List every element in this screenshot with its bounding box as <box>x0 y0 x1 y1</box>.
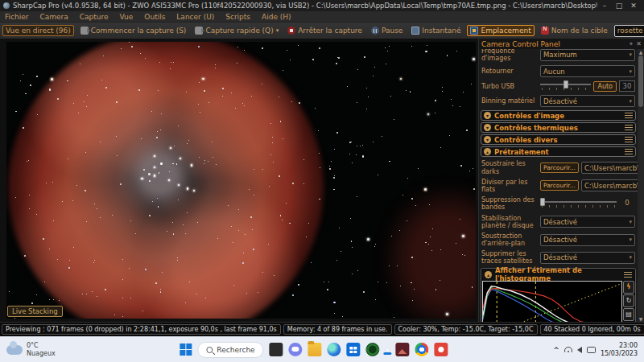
scrollbar-thumb[interactable] <box>638 56 643 107</box>
hamburger-icon[interactable] <box>625 113 633 118</box>
section-misc-controls[interactable]: ▾Contrôles divers <box>481 134 636 145</box>
section-label: Prétraitement <box>494 148 549 156</box>
hamburger-icon[interactable] <box>624 272 632 278</box>
darks-row: Soustraire les darks Parcourir... C:\Use… <box>479 158 638 176</box>
banding-slider[interactable] <box>540 198 617 209</box>
satellite-select[interactable]: Désactivé▾ <box>540 252 635 264</box>
image-preview[interactable]: Live Stacking <box>6 42 476 319</box>
minimize-button[interactable]: – <box>597 0 612 11</box>
pause-button[interactable]: Pause <box>369 26 405 35</box>
section-image-controls[interactable]: ▾Contrôles d'image <box>481 110 636 121</box>
auto-stretch-button[interactable]: ϟ <box>623 281 634 294</box>
volume-icon[interactable] <box>577 347 582 353</box>
panel-header: Camera Control Panel ⌖✕ <box>479 39 644 49</box>
turbo-auto-button[interactable]: Auto <box>593 81 617 92</box>
target-name-input[interactable] <box>617 27 644 35</box>
darks-path-select[interactable]: C:\Users\marcb\Desk...▾ <box>581 162 644 174</box>
photos-app-button[interactable] <box>396 343 410 356</box>
menu-scripts[interactable]: Scripts <box>225 13 250 21</box>
wifi-icon[interactable] <box>564 347 572 352</box>
chat-button[interactable] <box>289 343 303 356</box>
search-box[interactable]: Recherche <box>197 342 263 358</box>
panel-scrollbar[interactable]: ▲ ▼ <box>638 49 644 322</box>
taskbar-clock[interactable]: 23:0015/03/2023 <box>601 342 638 358</box>
sharpcap-taskbar-button[interactable] <box>386 348 390 352</box>
banding-label: Suppression des bandes <box>481 196 538 211</box>
weather-desc: Nuageux <box>27 350 56 357</box>
menu-capture[interactable]: Capture <box>80 13 109 21</box>
framerate-select[interactable]: Maximum▾ <box>540 49 635 61</box>
turbo-usb-slider[interactable] <box>540 80 591 92</box>
panel-close-icon[interactable]: ✕ <box>636 40 642 48</box>
quick-capture-button[interactable]: Capture rapide (Q)▾ <box>192 26 281 35</box>
main-area: Live Stacking Camera Control Panel ⌖✕ Fr… <box>0 39 644 322</box>
sky-chart-app-button[interactable] <box>366 343 380 356</box>
cloud-icon <box>6 345 23 355</box>
pin-icon[interactable]: ⌖ <box>630 40 634 48</box>
menu-aide[interactable]: Aide (H) <box>262 13 291 21</box>
section-thermal-controls[interactable]: ▾Contrôles thermiques <box>481 122 636 133</box>
status-bar: Previewing : 071 frames (0 dropped) in 2… <box>0 322 644 336</box>
maximize-button[interactable]: □ <box>612 0 626 11</box>
target-name-combo[interactable]: ▾ <box>614 25 644 37</box>
menu-fichier[interactable]: Fichier <box>5 13 28 21</box>
banding-row: Suppression des bandes 0 <box>479 195 638 212</box>
background-subtract-row: Soustraction d'arrière-plan Désactivé▾ <box>479 231 638 249</box>
framerate-label: Fréquence d'images <box>481 49 538 62</box>
binning-select[interactable]: Désactivé▾ <box>540 95 635 107</box>
menu-bar: Fichier Camera Capture Vue Outils Lancer… <box>0 11 644 23</box>
scroll-up-icon[interactable]: ▲ <box>638 49 644 55</box>
chrome-button[interactable] <box>415 343 429 356</box>
menu-lancer[interactable]: Lancer (U) <box>176 13 214 21</box>
start-button[interactable] <box>180 343 192 356</box>
flip-select[interactable]: Aucun▾ <box>540 65 635 77</box>
slider-thumb[interactable] <box>540 198 545 206</box>
stabilization-row: Stabilisation planète / disque Désactivé… <box>479 213 638 231</box>
stabilization-value: Désactivé <box>543 218 577 226</box>
toolbar: Vue en direct (96) Commencer la capture … <box>0 23 644 39</box>
weather-widget[interactable]: 0°CNuageux <box>0 342 62 357</box>
flats-path-select[interactable]: C:\Users\marcb\Desk...▾ <box>581 179 644 191</box>
reset-stretch-button[interactable]: ↻ <box>623 294 634 307</box>
hamburger-icon[interactable] <box>625 137 633 142</box>
menu-camera[interactable]: Camera <box>39 13 68 21</box>
background-subtract-select[interactable]: Désactivé▾ <box>540 234 635 246</box>
tray-chevron-icon[interactable]: ^ <box>553 346 559 354</box>
start-capture-button[interactable]: Commencer la capture (S) <box>78 26 189 35</box>
section-label: Contrôles divers <box>494 136 557 144</box>
satellite-value: Désactivé <box>543 253 577 261</box>
hamburger-icon[interactable] <box>625 125 633 130</box>
scroll-down-icon[interactable]: ▼ <box>638 316 644 322</box>
menu-vue[interactable]: Vue <box>120 13 134 21</box>
section-histogram[interactable]: ▴Afficher l'étirement de l'histogramme <box>482 269 634 280</box>
save-stretch-button[interactable]: ▤ <box>623 308 634 321</box>
turbo-usb-value: 30 <box>619 80 635 92</box>
edge-browser-button[interactable] <box>328 343 341 356</box>
stabilization-select[interactable]: Désactivé▾ <box>540 216 635 228</box>
hamburger-icon[interactable] <box>625 149 633 154</box>
record-app-button[interactable] <box>435 343 448 356</box>
darks-browse-button[interactable]: Parcourir... <box>540 162 579 173</box>
live-view-button[interactable]: Vue en direct (96) <box>2 25 74 36</box>
microsoft-store-button[interactable] <box>347 343 361 356</box>
flats-browse-button[interactable]: Parcourir... <box>540 180 579 191</box>
target-name-button[interactable]: Nom de la cible <box>539 26 610 35</box>
live-stacking-tab[interactable]: Live Stacking <box>7 306 63 317</box>
stop-capture-button[interactable]: Arrêter la capture <box>285 26 365 35</box>
cooler-status: Cooler: 30%, Temp: -15.0C, Target: -15,0… <box>394 324 538 335</box>
satellite-row: Supprimer les traces satellites Désactiv… <box>479 249 638 266</box>
turbo-usb-row: Turbo USB Auto 30 <box>479 79 638 93</box>
slider-thumb[interactable] <box>564 80 568 88</box>
file-explorer-button[interactable] <box>308 343 322 356</box>
touch-keyboard-icon[interactable] <box>587 347 596 353</box>
location-button[interactable]: Emplacement <box>467 25 534 36</box>
binning-value: Désactivé <box>543 97 577 105</box>
close-button[interactable]: ✕ <box>626 0 641 11</box>
task-view-button[interactable] <box>270 343 283 356</box>
section-preprocessing[interactable]: ▴Prétraitement <box>481 146 636 157</box>
snapshot-button[interactable]: Instantané <box>409 26 463 35</box>
start-capture-label: Commencer la capture (S) <box>91 27 187 35</box>
flip-row: Retourner Aucun▾ <box>479 64 638 79</box>
menu-outils[interactable]: Outils <box>144 13 165 21</box>
flip-label: Retourner <box>481 68 538 75</box>
